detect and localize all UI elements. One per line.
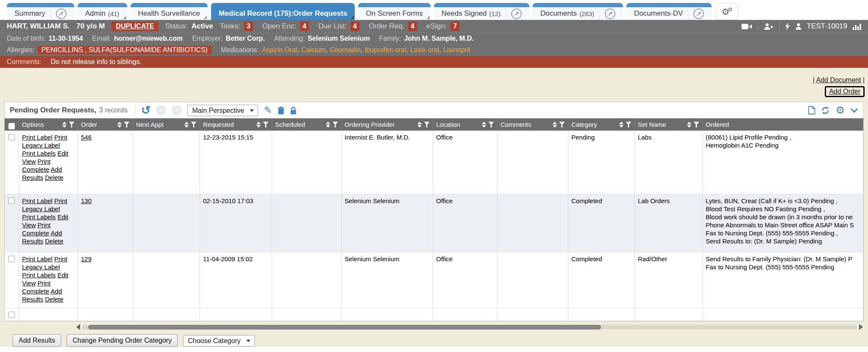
counter-badge[interactable]: 4	[300, 22, 309, 31]
column-header-next-appt[interactable]: Next Appt	[133, 118, 200, 131]
new-document-icon[interactable]	[808, 106, 815, 115]
tab-documents-dv[interactable]: Documents-DV↗	[626, 3, 712, 20]
order-number-link[interactable]: 130	[81, 197, 92, 204]
filter-icon[interactable]	[626, 122, 632, 128]
filter-icon[interactable]	[191, 122, 197, 128]
delete-perspective-icon[interactable]	[278, 106, 284, 115]
perspective-select[interactable]: Main Perspective	[187, 105, 258, 116]
grid-settings-icon[interactable]: ⚙	[835, 106, 845, 115]
filter-icon[interactable]	[263, 122, 269, 128]
option-link-print-labels[interactable]: Print Labels	[22, 271, 56, 279]
header-checkbox-cell[interactable]	[5, 118, 19, 131]
counter-badge[interactable]: 4	[351, 22, 359, 31]
option-link-print-labels[interactable]: Print Labels	[22, 213, 56, 221]
counter-badge[interactable]: 4	[408, 22, 417, 31]
filter-icon[interactable]	[559, 122, 565, 128]
sort-icon[interactable]	[417, 122, 422, 128]
add-order-link[interactable]: Add Order	[825, 86, 865, 97]
tab-needs-signed[interactable]: Needs Signed(12)↗	[434, 3, 530, 20]
sort-icon[interactable]	[117, 122, 122, 128]
column-header-category[interactable]: Category	[568, 118, 635, 131]
filter-icon[interactable]	[332, 122, 338, 128]
tab-settings-button[interactable]: ⚙⚙	[716, 3, 738, 20]
order-number-link[interactable]: 129	[81, 255, 92, 263]
filter-icon[interactable]	[424, 122, 430, 128]
tab-admin[interactable]: Admin(41)	[78, 3, 127, 20]
tab-health-surveillance[interactable]: Health Surveillance	[131, 3, 208, 20]
option-link-view[interactable]: View	[22, 158, 36, 165]
prev-perspective-button[interactable]: ‹	[156, 105, 166, 115]
scrollbar-thumb[interactable]	[88, 325, 601, 330]
lock-perspective-icon[interactable]	[290, 106, 297, 115]
column-header-set-name[interactable]: Set Name	[635, 118, 703, 131]
row-checkbox[interactable]	[8, 134, 15, 140]
column-header-options[interactable]: Options	[19, 118, 78, 131]
medication-link[interactable]: Aspirin Oral	[262, 46, 298, 54]
medication-link[interactable]: Lisinopril	[443, 46, 470, 54]
popout-icon[interactable]: ↗	[693, 8, 704, 19]
medication-link[interactable]: Lasix oral	[410, 46, 439, 54]
scroll-right-arrow[interactable]	[859, 324, 863, 330]
medication-link[interactable]: ibuprofen oral	[364, 46, 406, 54]
option-link-delete[interactable]: Delete	[45, 174, 63, 181]
user-icon[interactable]	[796, 23, 801, 30]
option-link-edit[interactable]: Edit	[57, 271, 68, 279]
option-link-print-label[interactable]: Print Label	[22, 197, 53, 204]
row-checkbox[interactable]	[8, 198, 15, 204]
filter-icon[interactable]	[488, 122, 494, 128]
add-results-button[interactable]: Add Results	[13, 334, 61, 347]
scroll-left-arrow[interactable]	[76, 324, 80, 330]
tab-summary[interactable]: Summary↗	[7, 3, 74, 20]
column-header-scheduled[interactable]: Scheduled	[272, 118, 342, 131]
sort-icon[interactable]	[256, 122, 261, 128]
option-link-view[interactable]: View	[22, 221, 36, 229]
tab-on-screen-forms[interactable]: On Screen Forms	[358, 3, 430, 20]
option-link-delete[interactable]: Delete	[45, 296, 63, 303]
add-person-icon[interactable]	[764, 23, 773, 30]
edit-perspective-icon[interactable]: ✎	[264, 106, 272, 115]
choose-category-select[interactable]: Choose Category	[183, 335, 255, 346]
sort-icon[interactable]	[619, 122, 623, 128]
popout-icon[interactable]: ↗	[511, 8, 522, 19]
row-checkbox[interactable]	[8, 312, 15, 318]
next-perspective-button[interactable]: ›	[172, 105, 182, 115]
row-checkbox[interactable]	[8, 256, 15, 262]
column-header-comments[interactable]: Comments	[498, 118, 568, 131]
option-link-view[interactable]: View	[22, 279, 36, 287]
duplicate-badge[interactable]: DUPLICATE	[111, 22, 158, 31]
option-link-edit[interactable]: Edit	[57, 150, 68, 157]
counter-badge[interactable]: 3	[244, 22, 253, 31]
column-header-ordered[interactable]: Ordered	[703, 118, 863, 131]
sort-icon[interactable]	[553, 122, 557, 128]
option-link-print-label[interactable]: Print Label	[22, 134, 53, 141]
filter-icon[interactable]	[69, 122, 75, 128]
tab-documents[interactable]: Documents(283)↗	[533, 3, 623, 20]
sort-icon[interactable]	[62, 122, 67, 128]
change-category-button[interactable]: Change Pending Order Category	[67, 334, 178, 347]
medication-link[interactable]: Coumadin	[330, 46, 361, 54]
flash-icon[interactable]	[785, 22, 790, 30]
chart-icon[interactable]	[853, 23, 861, 30]
tab-medical-record-175-order-requests[interactable]: Medical Record (175):Order Requests	[211, 3, 355, 20]
allergies-badge[interactable]: PENICILLINS , SULFA(SULFONAMIDE ANTIBIOT…	[38, 46, 211, 54]
option-link-edit[interactable]: Edit	[57, 213, 68, 221]
scrollbar-track[interactable]	[82, 325, 857, 330]
column-header-order[interactable]: Order	[78, 118, 133, 131]
column-header-location[interactable]: Location	[433, 118, 498, 131]
sort-icon[interactable]	[482, 122, 486, 128]
medication-link[interactable]: Calcium	[301, 46, 326, 54]
popout-icon[interactable]: ↗	[605, 8, 615, 19]
video-call-icon[interactable]	[741, 23, 752, 30]
option-link-print-label[interactable]: Print Label	[22, 255, 53, 263]
undo-icon[interactable]: ↺	[141, 106, 151, 115]
select-all-checkbox[interactable]	[8, 123, 15, 129]
option-link-delete[interactable]: Delete	[45, 237, 63, 245]
popout-icon[interactable]: ↗	[56, 8, 67, 19]
sort-icon[interactable]	[687, 122, 691, 128]
column-header-ordering-provider[interactable]: Ordering Provider	[342, 118, 433, 131]
column-header-requested[interactable]: Requested	[200, 118, 272, 131]
sort-icon[interactable]	[184, 122, 189, 128]
sort-icon[interactable]	[326, 122, 330, 128]
order-number-link[interactable]: 546	[81, 134, 92, 141]
refresh-icon[interactable]	[821, 106, 830, 115]
